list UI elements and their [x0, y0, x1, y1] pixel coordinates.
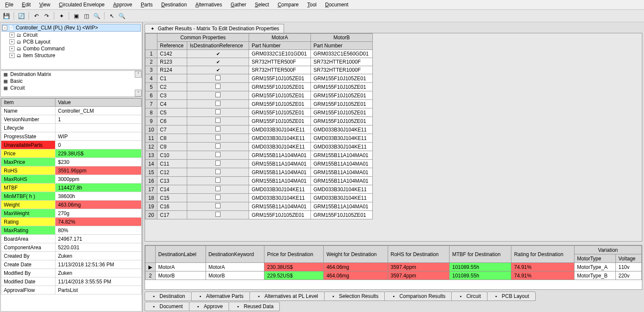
- cell-isdestref[interactable]: [187, 100, 249, 108]
- cell-isdestref[interactable]: [187, 211, 249, 219]
- colgroup-common[interactable]: Common Properties: [157, 34, 249, 42]
- property-row[interactable]: MTBF114427.8h: [1, 184, 142, 192]
- cell-partnum-a[interactable]: GRM155B11A104MA01: [249, 160, 311, 168]
- property-row[interactable]: Create Date11/13/2018 12:51:36 PM: [1, 260, 142, 269]
- cell-partnum-b[interactable]: GRM155B11A104MA01: [311, 202, 373, 211]
- tab-comparison-results[interactable]: ▪Comparison Results: [384, 292, 452, 301]
- expand-icon[interactable]: +: [9, 32, 15, 38]
- checkbox-icon[interactable]: [215, 178, 220, 183]
- property-row[interactable]: MaxPrice$230: [1, 158, 142, 166]
- cell-partnum-a[interactable]: GRM155B11A104MA01: [249, 168, 311, 177]
- matrix-row[interactable]: 7C4GRM155F10J105ZE01GRM155F10J105ZE01: [145, 100, 373, 108]
- cell-reference[interactable]: C7: [157, 125, 187, 134]
- tree-root[interactable]: − 📄 Controller_CLM {PL} (Rev 1) <WIP>: [2, 24, 141, 32]
- list-item[interactable]: ▦Circuit: [1, 85, 142, 91]
- property-row[interactable]: Modified Date11/14/2018 3:55:55 PM: [1, 277, 142, 286]
- cell-partnum-b[interactable]: SR732HTTER1000F: [311, 58, 373, 66]
- destination-list[interactable]: ˄ ˅ ▦Destination Matrix▦Basic▦Circuit: [0, 70, 142, 97]
- cell-partnum-b[interactable]: GRM155B11A104MA01: [311, 151, 373, 160]
- colgroup-motora[interactable]: MotorA: [249, 34, 311, 42]
- matrix-row[interactable]: 11C8GMD033B30J104KE11GMD033B30J104KE11: [145, 134, 373, 143]
- cell-reference[interactable]: C5: [157, 108, 187, 117]
- cell-reference[interactable]: C10: [157, 151, 187, 160]
- checkbox-icon[interactable]: [215, 101, 220, 106]
- matrix-row[interactable]: 9C6GRM155F10J105ZE01GRM155F10J105ZE01: [145, 117, 373, 125]
- cell-price[interactable]: 229.52US$: [264, 271, 324, 280]
- matrix-row[interactable]: 1C142GRM0332C1E101GD01GRM0332C1E560GD01: [145, 50, 373, 58]
- cell-mtbf[interactable]: 101089.55h: [450, 271, 511, 280]
- checkbox-icon[interactable]: [215, 195, 220, 200]
- cell-destkeyword[interactable]: MotorA: [206, 263, 264, 271]
- tab-gather-results[interactable]: ✦ Gather Results - Matrix To Edit Destin…: [145, 24, 284, 33]
- menu-parts[interactable]: Parts: [137, 1, 156, 9]
- cell-voltage[interactable]: 220v: [615, 271, 641, 280]
- cell-isdestref[interactable]: [187, 202, 249, 211]
- checkbox-icon[interactable]: [215, 109, 220, 114]
- menu-gather[interactable]: Gather: [227, 1, 250, 9]
- menu-alternatives[interactable]: Alternatives: [192, 1, 226, 9]
- cell-rohs[interactable]: 3597.4ppm: [388, 271, 449, 280]
- cell-partnum-b[interactable]: GRM155F10J105ZE01: [311, 74, 373, 83]
- collapse-icon[interactable]: −: [2, 25, 7, 30]
- cell-weight[interactable]: 464.06mg: [324, 263, 388, 271]
- cell-reference[interactable]: C4: [157, 100, 187, 108]
- colgroup-motorb[interactable]: MotorB: [311, 34, 373, 42]
- cell-partnum-a[interactable]: GMD033B30J104KE11: [249, 185, 311, 194]
- undo-icon[interactable]: ↶: [32, 11, 41, 20]
- menu-destination[interactable]: Destination: [158, 1, 190, 9]
- redo-icon[interactable]: ↷: [42, 11, 51, 20]
- tab-destination[interactable]: ▪Destination: [145, 292, 191, 301]
- checkbox-icon[interactable]: [215, 203, 220, 208]
- cell-partnum-a[interactable]: GRM155F10J105ZE01: [249, 108, 311, 117]
- list-item[interactable]: ▦Basic: [1, 78, 142, 85]
- cell-isdestref[interactable]: [187, 168, 249, 177]
- matrix-row[interactable]: 4C1GRM155F10J105ZE01GRM155F10J105ZE01: [145, 74, 373, 83]
- checkbox-icon[interactable]: [215, 212, 220, 217]
- property-row[interactable]: ApprovalFlowPartsList: [1, 286, 142, 295]
- expand-icon[interactable]: +: [9, 46, 15, 51]
- cell-motortype[interactable]: MotorType_A: [574, 263, 616, 271]
- cell-mtbf[interactable]: 101089.55h: [450, 263, 511, 271]
- checkbox-icon[interactable]: [215, 169, 220, 174]
- checkbox-icon[interactable]: [215, 186, 220, 191]
- menu-approve[interactable]: Approve: [110, 1, 136, 9]
- cell-isdestref[interactable]: [187, 194, 249, 202]
- save-icon[interactable]: 💾: [2, 11, 11, 20]
- cell-partnum-b[interactable]: GRM155F10J105ZE01: [311, 108, 373, 117]
- matrix-row[interactable]: 2R123SR732HTTER500FSR732HTTER1000F: [145, 58, 373, 66]
- cell-voltage[interactable]: 110v: [615, 263, 641, 271]
- cell-rating[interactable]: 74.91%: [511, 271, 574, 280]
- cell-reference[interactable]: C3: [157, 91, 187, 100]
- property-row[interactable]: Weight463.06mg: [1, 201, 142, 209]
- cell-motortype[interactable]: MotorType_B: [574, 271, 616, 280]
- cell-partnum-b[interactable]: GMD033B30J104KE11: [311, 125, 373, 134]
- zoom-fit-icon[interactable]: 🔍: [92, 11, 102, 20]
- tab-selection-results[interactable]: ▪Selection Results: [324, 292, 385, 301]
- cell-partnum-b[interactable]: GRM155F10J105ZE01: [311, 211, 373, 219]
- col-weight[interactable]: Weight for Destination: [324, 246, 388, 263]
- cell-partnum-b[interactable]: GMD033B30J104KE11: [311, 185, 373, 194]
- cell-reference[interactable]: C9: [157, 143, 187, 151]
- cell-weight[interactable]: 464.06mg: [324, 271, 388, 280]
- matrix-row[interactable]: 18C15GMD033B30J104KE11GMD033B30J104KE11: [145, 194, 373, 202]
- property-row[interactable]: NameController_CLM: [1, 107, 142, 115]
- cell-rating[interactable]: 74.91%: [511, 263, 574, 271]
- cell-isdestref[interactable]: [187, 74, 249, 83]
- cell-partnum-a[interactable]: GRM155F10J105ZE01: [249, 91, 311, 100]
- col-voltage[interactable]: Voltage: [615, 254, 641, 263]
- summary-row[interactable]: 2MotorBMotorB229.52US$464.06mg3597.4ppm1…: [145, 271, 642, 280]
- col-rohs[interactable]: RoHS for Destination: [388, 246, 449, 263]
- cell-partnum-b[interactable]: GRM155F10J105ZE01: [311, 100, 373, 108]
- cell-partnum-b[interactable]: GMD033B30J104KE11: [311, 134, 373, 143]
- cell-partnum-a[interactable]: GRM155F10J105ZE01: [249, 117, 311, 125]
- matrix-row[interactable]: 13C10GRM155B11A104MA01GRM155B11A104MA01: [145, 151, 373, 160]
- cell-reference[interactable]: R124: [157, 66, 187, 74]
- cell-partnum-a[interactable]: SR732HTTER500F: [249, 66, 311, 74]
- cell-partnum-b[interactable]: GRM155F10J105ZE01: [311, 117, 373, 125]
- cell-isdestref[interactable]: [187, 151, 249, 160]
- property-row[interactable]: MaxRoHS3000ppm: [1, 175, 142, 184]
- menu-compare[interactable]: Compare: [274, 1, 302, 9]
- matrix-row[interactable]: 16C13GRM155B11A104MA01GRM155B11A104MA01: [145, 177, 373, 185]
- col-motortype[interactable]: MotorType: [574, 254, 616, 263]
- property-row[interactable]: Modified ByZuken: [1, 269, 142, 277]
